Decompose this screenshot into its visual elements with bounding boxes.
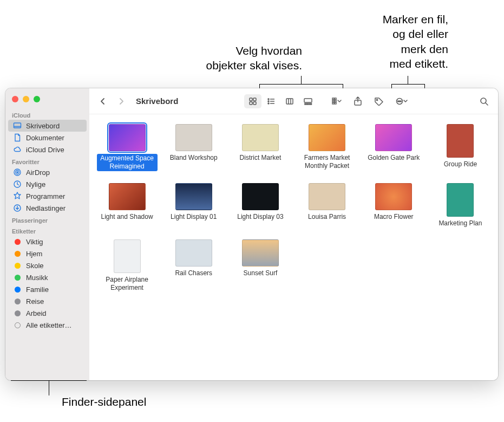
file-item[interactable]: Macro Flower xyxy=(363,183,425,228)
tags-button[interactable] xyxy=(371,95,387,108)
file-label: Augmented Space Reimagined xyxy=(97,154,158,171)
minimize-window-button[interactable] xyxy=(23,96,29,102)
file-label: Sunset Surf xyxy=(244,269,278,277)
sidebar-item-label: Nylige xyxy=(26,180,45,189)
file-label: Bland Workshop xyxy=(170,154,218,162)
file-item[interactable]: District Market xyxy=(229,124,291,171)
svg-line-38 xyxy=(486,103,488,105)
file-thumbnail xyxy=(447,124,474,158)
sidebar-item[interactable]: Nedlastinger xyxy=(5,202,89,214)
sidebar-item-label: Arbeid xyxy=(26,309,47,317)
sidebar-section-header: iCloud xyxy=(5,109,89,120)
sidebar-section-header: Etiketter xyxy=(5,225,89,236)
file-label: Light and Shadow xyxy=(101,213,153,221)
share-button[interactable] xyxy=(350,94,365,108)
tag-icon xyxy=(13,309,22,317)
file-item[interactable]: Paper Airplane Experiment xyxy=(96,239,158,292)
sidebar-item[interactable]: Alle etiketter… xyxy=(5,319,89,331)
sidebar-item-label: Hjem xyxy=(26,250,42,258)
svg-rect-30 xyxy=(335,102,336,104)
more-actions-button[interactable] xyxy=(392,95,411,108)
zoom-window-button[interactable] xyxy=(34,96,40,102)
sidebar-item-label: Nedlastinger xyxy=(26,204,66,212)
sidebar-item[interactable]: Dokumenter xyxy=(5,132,89,144)
file-item[interactable]: Light and Shadow xyxy=(96,183,158,228)
file-item[interactable]: Farmers Market Monthly Packet xyxy=(296,124,358,171)
back-button[interactable] xyxy=(96,95,110,107)
file-item[interactable]: Golden Gate Park xyxy=(363,124,425,171)
file-label: Light Display 01 xyxy=(171,213,217,221)
svg-point-15 xyxy=(268,103,269,104)
view-switcher xyxy=(244,94,317,108)
list-view-button[interactable] xyxy=(263,94,280,108)
svg-rect-23 xyxy=(309,103,310,105)
column-view-button[interactable] xyxy=(281,94,298,108)
svg-point-13 xyxy=(268,101,269,102)
sidebar-item[interactable]: Reise xyxy=(5,295,89,307)
svg-rect-0 xyxy=(14,123,21,128)
sidebar-item[interactable]: Hjem xyxy=(5,248,89,259)
cloud-icon xyxy=(13,145,22,154)
file-thumbnail xyxy=(375,124,412,151)
callout-sidebar: Finder-sidepanel xyxy=(62,395,146,408)
svg-point-11 xyxy=(268,99,269,100)
tag-icon xyxy=(13,297,22,306)
callout-view-options: Velg hvordan objekter skal vises. xyxy=(156,43,302,73)
file-label: Group Ride xyxy=(444,160,477,168)
gallery-view-button[interactable] xyxy=(299,94,317,108)
file-grid-area: Augmented Space ReimaginedBland Workshop… xyxy=(89,114,498,380)
airdrop-icon xyxy=(13,168,22,177)
file-item[interactable]: Light Display 03 xyxy=(229,183,291,228)
sidebar-item[interactable]: Skrivebord xyxy=(8,120,87,132)
svg-rect-22 xyxy=(306,103,307,105)
sidebar-item[interactable]: Programmer xyxy=(5,190,89,202)
sidebar-item-label: Skrivebord xyxy=(26,122,60,130)
file-thumbnail xyxy=(309,183,345,210)
search-button[interactable] xyxy=(476,95,492,108)
svg-rect-24 xyxy=(310,103,311,105)
forward-button[interactable] xyxy=(114,95,128,107)
sidebar-item-label: Skole xyxy=(26,262,44,270)
icon-view-button[interactable] xyxy=(244,94,261,108)
file-label: Macro Flower xyxy=(374,213,414,221)
finder-main: Skrivebord xyxy=(89,88,498,380)
svg-rect-28 xyxy=(335,100,336,102)
tag-icon xyxy=(13,249,22,258)
file-item[interactable]: Light Display 01 xyxy=(162,183,225,228)
file-thumbnail xyxy=(175,239,212,267)
sidebar-item[interactable]: AirDrop xyxy=(5,166,89,178)
file-item[interactable]: Group Ride xyxy=(429,124,492,171)
file-label: Louisa Parris xyxy=(308,213,346,221)
sidebar-item-label: Programmer xyxy=(26,192,65,200)
file-label: Golden Gate Park xyxy=(368,154,420,162)
sidebar-item[interactable]: Familie xyxy=(5,283,89,295)
sidebar-item[interactable]: iCloud Drive xyxy=(5,144,89,155)
sidebar-item[interactable]: Musikk xyxy=(5,271,89,283)
sidebar-item-label: Reise xyxy=(26,297,44,306)
file-thumbnail xyxy=(109,124,146,151)
svg-rect-20 xyxy=(304,99,312,102)
group-by-button[interactable] xyxy=(329,95,345,108)
app-icon xyxy=(13,192,22,200)
desktop-icon xyxy=(13,121,22,130)
svg-point-35 xyxy=(399,101,400,102)
window-controls xyxy=(5,94,89,109)
file-item[interactable]: Sunset Surf xyxy=(229,239,291,292)
file-thumbnail xyxy=(114,239,141,273)
sidebar-item[interactable]: Arbeid xyxy=(5,307,89,319)
doc-icon xyxy=(13,133,22,142)
file-label: Paper Airplane Experiment xyxy=(97,276,158,292)
file-item[interactable]: Augmented Space Reimagined xyxy=(96,124,158,171)
sidebar-item[interactable]: Skole xyxy=(5,259,89,271)
sidebar-item[interactable]: Viktig xyxy=(5,236,89,248)
file-item[interactable]: Bland Workshop xyxy=(162,124,225,171)
sidebar-item-label: AirDrop xyxy=(26,168,50,177)
file-item[interactable]: Rail Chasers xyxy=(162,239,225,292)
file-item[interactable]: Marketing Plan xyxy=(429,183,492,228)
close-window-button[interactable] xyxy=(12,96,18,102)
file-thumbnail xyxy=(175,183,212,210)
file-item[interactable]: Louisa Parris xyxy=(296,183,358,228)
svg-rect-17 xyxy=(286,99,293,104)
svg-point-34 xyxy=(397,101,398,102)
sidebar-item[interactable]: Nylige xyxy=(5,178,89,190)
